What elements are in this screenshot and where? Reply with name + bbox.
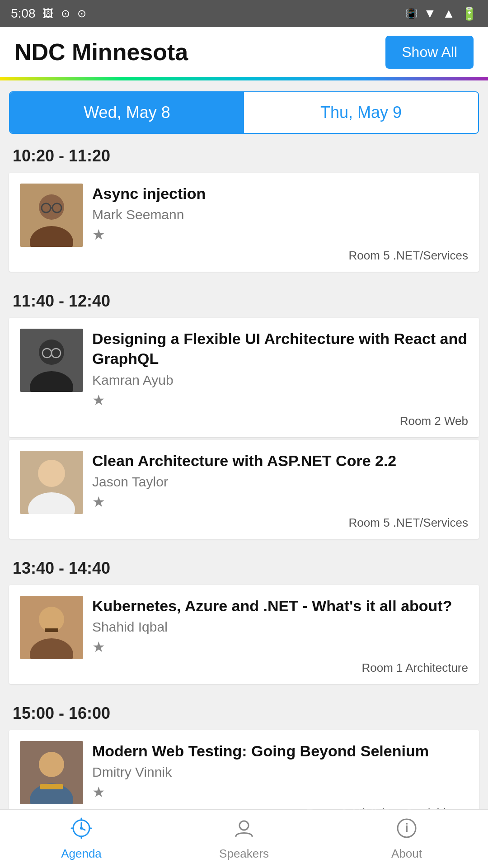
nav-agenda[interactable]: Agenda	[0, 817, 163, 861]
about-icon: i	[396, 817, 418, 844]
time-slot-1: 10:20 - 11:20	[0, 134, 488, 173]
session-title-2: Designing a Flexible UI Architecture wit…	[92, 329, 468, 368]
session-card-2[interactable]: Designing a Flexible UI Architecture wit…	[9, 318, 479, 437]
svg-text:i: i	[405, 821, 408, 835]
session-info-5: Modern Web Testing: Going Beyond Seleniu…	[92, 741, 468, 820]
gap-2	[0, 542, 488, 546]
session-card-1[interactable]: Async injection Mark Seemann ★ Room 5 .N…	[9, 173, 479, 272]
day-tabs: Wed, May 8 Thu, May 9	[9, 91, 479, 134]
app-title: NDC Minnesota	[14, 38, 188, 66]
avatar-jason-taylor	[20, 451, 83, 514]
nav-agenda-label: Agenda	[61, 847, 102, 861]
time-slot-4: 15:00 - 16:00	[0, 691, 488, 730]
session-room-3: Room 5 .NET/Services	[92, 516, 468, 530]
session-title-1: Async injection	[92, 184, 468, 203]
gap-3	[0, 687, 488, 691]
session-star-3[interactable]: ★	[92, 493, 468, 510]
session-info-4: Kubernetes, Azure and .NET - What's it a…	[92, 596, 468, 675]
avatar-kamran-ayub	[20, 329, 83, 392]
nav-speakers[interactable]: Speakers	[163, 817, 325, 861]
session-speaker-3: Jason Taylor	[92, 474, 468, 490]
show-all-button[interactable]: Show All	[385, 36, 474, 69]
bottom-nav: Agenda Speakers i About	[0, 809, 488, 868]
avatar-dmitry-vinnik	[20, 741, 83, 804]
nav-speakers-label: Speakers	[219, 847, 269, 861]
status-bar: 5:08 🖼 ⊙ ⊙ 📳 ▼ ▲ 🔋	[0, 0, 488, 27]
session-star-1[interactable]: ★	[92, 226, 468, 243]
session-speaker-4: Shahid Iqbal	[92, 619, 468, 635]
session-room-4: Room 1 Architecture	[92, 661, 468, 675]
camera-icon-2: ⊙	[77, 7, 86, 20]
session-star-4[interactable]: ★	[92, 638, 468, 656]
svg-rect-18	[45, 628, 58, 632]
vibrate-icon: 📳	[405, 8, 418, 19]
wifi-icon: ▼	[424, 6, 436, 21]
tab-wed[interactable]: Wed, May 8	[10, 92, 244, 133]
svg-point-1	[39, 194, 64, 220]
session-room-1: Room 5 .NET/Services	[92, 249, 468, 263]
status-right: 📳 ▼ ▲ 🔋	[405, 6, 477, 21]
nav-about[interactable]: i About	[325, 817, 488, 861]
header: NDC Minnesota Show All	[0, 27, 488, 77]
signal-icon: ▲	[442, 6, 455, 21]
session-star-5[interactable]: ★	[92, 783, 468, 801]
tab-thu[interactable]: Thu, May 9	[244, 92, 478, 133]
session-speaker-2: Kamran Ayub	[92, 373, 468, 388]
status-left: 5:08 🖼 ⊙ ⊙	[11, 6, 86, 21]
session-info-3: Clean Architecture with ASP.NET Core 2.2…	[92, 451, 468, 530]
svg-line-26	[81, 828, 85, 830]
session-title-4: Kubernetes, Azure and .NET - What's it a…	[92, 596, 468, 616]
session-card-4[interactable]: Kubernetes, Azure and .NET - What's it a…	[9, 585, 479, 684]
session-speaker-1: Mark Seemann	[92, 207, 468, 222]
session-star-2[interactable]: ★	[92, 392, 468, 409]
time-slot-3: 13:40 - 14:40	[0, 546, 488, 585]
avatar-shahid-iqbal	[20, 596, 83, 659]
session-speaker-5: Dmitry Vinnik	[92, 764, 468, 780]
gap-1	[0, 274, 488, 279]
gallery-icon: 🖼	[43, 7, 54, 20]
nav-about-label: About	[391, 847, 422, 861]
content-area: Wed, May 8 Thu, May 9 10:20 - 11:20 Asyn…	[0, 91, 488, 868]
session-info-1: Async injection Mark Seemann ★ Room 5 .N…	[92, 184, 468, 263]
status-time: 5:08	[11, 6, 36, 21]
svg-rect-22	[40, 784, 63, 789]
session-title-3: Clean Architecture with ASP.NET Core 2.2	[92, 451, 468, 471]
svg-point-20	[39, 752, 64, 777]
speakers-icon	[233, 817, 255, 844]
session-title-5: Modern Web Testing: Going Beyond Seleniu…	[92, 741, 468, 761]
battery-icon: 🔋	[461, 6, 477, 21]
session-room-2: Room 2 Web	[92, 414, 468, 428]
agenda-icon	[70, 817, 92, 844]
svg-point-13	[38, 460, 65, 487]
svg-point-16	[39, 607, 64, 632]
camera-icon-1: ⊙	[61, 7, 70, 20]
session-card-3[interactable]: Clean Architecture with ASP.NET Core 2.2…	[9, 440, 479, 539]
avatar-mark-seemann	[20, 184, 83, 247]
rainbow-bar	[0, 77, 488, 80]
svg-point-27	[239, 821, 249, 830]
time-slot-2: 11:40 - 12:40	[0, 279, 488, 318]
session-info-2: Designing a Flexible UI Architecture wit…	[92, 329, 468, 428]
